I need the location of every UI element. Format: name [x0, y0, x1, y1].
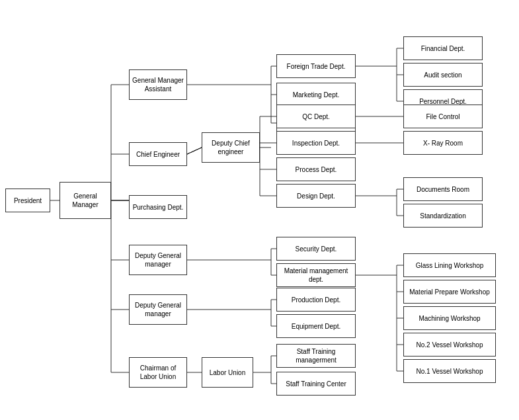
staff-training-center: Staff Training Center — [276, 372, 356, 396]
file-control: File Control — [403, 105, 483, 128]
no1-vessel-workshop: No.1 Vessel Workshop — [403, 359, 496, 383]
deputy-general-manager-2: Deputy General manager — [129, 294, 187, 325]
labor-union: Labor Union — [202, 357, 253, 388]
svg-line-21 — [187, 147, 202, 154]
inspection-dept: Inspection Dept. — [276, 131, 356, 155]
equipment-dept: Equipment Dept. — [276, 314, 356, 338]
svg-line-20 — [187, 147, 202, 154]
financial-dept: Financial Dept. — [403, 36, 483, 60]
design-dept: Design Dept. — [276, 184, 356, 208]
purchasing-dept: Purchasing Dept. — [129, 195, 187, 219]
qc-dept: QC Dept. — [276, 105, 356, 128]
x-ray-room: X- Ray Room — [403, 131, 483, 155]
documents-room: Documents Room — [403, 177, 483, 201]
machining-workshop: Machining Workshop — [403, 306, 496, 330]
production-dept: Production Dept. — [276, 288, 356, 312]
no2-vessel-workshop: No.2 Vessel Workshop — [403, 333, 496, 357]
staff-training-management: Staff Training managerment — [276, 344, 356, 368]
glass-lining-workshop: Glass Lining Workshop — [403, 253, 496, 277]
svg-line-24 — [187, 147, 202, 154]
deputy-chief-engineer: Deputy Chief engineer — [202, 132, 260, 163]
general-manager-assistant: General Manager Assistant — [129, 69, 187, 100]
process-dept: Process Dept. — [276, 157, 356, 181]
marketing-dept: Marketing Dept. — [276, 83, 356, 106]
audit-section: Audit section — [403, 63, 483, 87]
chief-engineer: Chief Engineer — [129, 142, 187, 166]
security-dept: Security Dept. — [276, 237, 356, 261]
material-prepare-workshop: Material Prepare Workshop — [403, 280, 496, 304]
deputy-general-manager-1: Deputy General manager — [129, 245, 187, 275]
chairman-labor-union: Chairman of Labor Union — [129, 357, 187, 388]
material-management-dept: Material management dept. — [276, 263, 356, 287]
svg-line-22 — [187, 147, 202, 154]
foreign-trade-dept: Foreign Trade Dept. — [276, 54, 356, 78]
president: President — [5, 189, 50, 212]
org-chart: PresidentGeneral ManagerGeneral Manager … — [0, 0, 519, 420]
general-manager: General Manager — [60, 182, 111, 219]
standardization: Standardization — [403, 204, 483, 228]
